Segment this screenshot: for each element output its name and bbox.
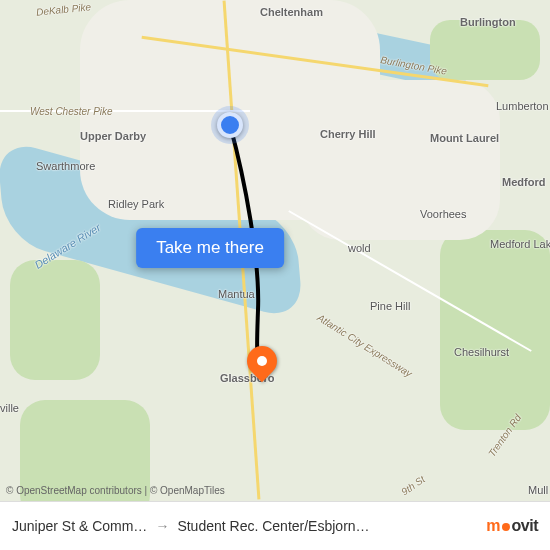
place-label: ville: [0, 402, 19, 414]
place-label: Medford Lakes: [490, 238, 550, 250]
place-label: Medford: [502, 176, 545, 188]
place-label: Lumberton: [496, 100, 549, 112]
end-marker-icon[interactable]: [247, 346, 277, 376]
place-label: Cherry Hill: [320, 128, 376, 140]
arrow-right-icon: →: [155, 518, 169, 534]
from-location: Juniper St & Comm…: [12, 518, 147, 534]
place-label: Chesilhurst: [454, 346, 509, 358]
moovit-logo[interactable]: movit: [486, 517, 538, 535]
start-marker-icon[interactable]: [217, 112, 243, 138]
place-label: Mount Laurel: [430, 132, 499, 144]
place-label: Upper Darby: [80, 130, 146, 142]
place-label: Swarthmore: [36, 160, 95, 172]
place-label: Burlington: [460, 16, 516, 28]
map-attribution: © OpenStreetMap contributors | © OpenMap…: [6, 485, 225, 496]
place-label: Ridley Park: [108, 198, 164, 210]
map-container[interactable]: Cheltenham Burlington Upper Darby Swarth…: [0, 0, 550, 550]
pin-icon: [241, 340, 283, 382]
place-label: Cheltenham: [260, 6, 323, 18]
place-label: wold: [348, 242, 371, 254]
place-label: Mantua: [218, 288, 255, 300]
footer-bar: Juniper St & Comm… → Student Rec. Center…: [0, 501, 550, 550]
map-tiles: [0, 0, 550, 550]
take-me-there-button[interactable]: Take me there: [136, 228, 284, 268]
to-location: Student Rec. Center/Esbjorn…: [177, 518, 369, 534]
place-label: Pine Hill: [370, 300, 410, 312]
road-label: West Chester Pike: [30, 106, 113, 117]
place-label: Mull: [528, 484, 548, 496]
place-label: Voorhees: [420, 208, 466, 220]
logo-dot-icon: [502, 523, 510, 531]
